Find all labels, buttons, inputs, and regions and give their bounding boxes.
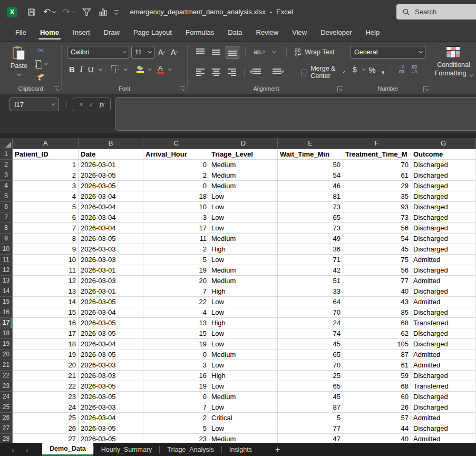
row-header-23[interactable]: 23 [0, 381, 13, 392]
cell[interactable]: Medium [209, 265, 278, 276]
cancel-icon[interactable]: × [79, 100, 83, 109]
cell[interactable]: 20 [13, 360, 79, 371]
cell[interactable]: Discharged [411, 328, 476, 339]
cell[interactable]: 45 [343, 244, 411, 255]
save-icon[interactable] [25, 6, 38, 18]
sheet-tab-insights[interactable]: Insights [222, 443, 259, 456]
cell[interactable]: 5 [13, 202, 79, 212]
enter-icon[interactable]: ✓ [89, 101, 94, 109]
row-header-10[interactable]: 10 [0, 244, 13, 255]
cell[interactable]: 1 [13, 160, 79, 170]
cell[interactable]: 2026-03-03 [79, 402, 143, 413]
cell[interactable]: 27 [13, 434, 79, 443]
cell[interactable]: 61 [343, 360, 411, 371]
cell[interactable]: Transferred [411, 318, 476, 328]
select-all-corner[interactable] [0, 138, 13, 149]
bold-button[interactable]: B [67, 64, 77, 75]
cell[interactable]: High [209, 286, 278, 297]
increase-indent-button[interactable] [270, 67, 283, 77]
cell[interactable]: Discharged [411, 223, 476, 234]
row-header-24[interactable]: 24 [0, 392, 13, 402]
cell[interactable]: 60 [343, 392, 411, 402]
cell[interactable]: 85 [343, 307, 411, 318]
insert-function-icon[interactable]: fx [100, 100, 104, 109]
cell[interactable]: 19 [13, 350, 79, 360]
align-left-button[interactable] [194, 67, 207, 77]
cell[interactable]: 2026-03-04 [79, 202, 143, 212]
row-header-2[interactable]: 2 [0, 160, 13, 170]
cell[interactable]: 7 [13, 223, 79, 234]
cell[interactable]: 47 [278, 434, 343, 443]
font-name-select[interactable]: Calibri [67, 46, 129, 59]
name-box[interactable]: I17 [9, 98, 59, 111]
cell[interactable]: Discharged [411, 307, 476, 318]
cell[interactable]: 33 [278, 286, 343, 297]
cell[interactable]: 68 [343, 318, 411, 328]
cell[interactable]: Discharged [411, 160, 476, 170]
cell[interactable]: 5 [143, 423, 209, 434]
cell[interactable]: 23 [143, 434, 209, 443]
cell[interactable]: Discharged [411, 244, 476, 255]
row-header-4[interactable]: 4 [0, 181, 13, 191]
tab-formulas[interactable]: Formulas [179, 24, 221, 41]
top-align-button[interactable] [194, 47, 207, 57]
increase-font-size-button[interactable]: A˄ [157, 47, 167, 57]
cell[interactable]: 3 [143, 212, 209, 223]
row-header-19[interactable]: 19 [0, 339, 13, 350]
cell[interactable]: Discharged [411, 371, 476, 381]
orientation-dropdown-icon[interactable] [273, 50, 276, 53]
cell[interactable]: Medium [209, 350, 278, 360]
cell[interactable]: 59 [343, 371, 411, 381]
cell[interactable]: 0 [143, 160, 209, 170]
cell[interactable]: Discharged [411, 234, 476, 244]
cell[interactable]: Admitted [411, 434, 476, 443]
cell[interactable]: 10 [13, 255, 79, 265]
tab-data[interactable]: Data [221, 24, 249, 41]
cell[interactable]: 2026-03-04 [79, 307, 143, 318]
column-header-E[interactable]: E [278, 138, 343, 149]
cell[interactable]: Discharged [411, 423, 476, 434]
row-header-16[interactable]: 16 [0, 307, 13, 318]
accounting-dropdown-icon[interactable] [362, 67, 365, 70]
cell[interactable]: 2026-03-05 [79, 297, 143, 307]
conditional-formatting-button[interactable]: Conditional Formatting [431, 61, 476, 77]
cell[interactable]: 61 [343, 170, 411, 181]
row-header-20[interactable]: 20 [0, 350, 13, 360]
column-header-D[interactable]: D [209, 138, 278, 149]
cell[interactable]: 75 [343, 255, 411, 265]
underline-dropdown-icon[interactable] [99, 67, 102, 70]
cell-field-header[interactable]: Triage_Level [209, 149, 278, 160]
cell[interactable]: 2026-03-01 [79, 286, 143, 297]
cell[interactable]: 24 [278, 318, 343, 328]
column-header-B[interactable]: B [79, 138, 143, 149]
cell[interactable]: 4 [13, 191, 79, 202]
orientation-button[interactable]: ab↗ [251, 47, 268, 57]
paste-dropdown-icon[interactable] [17, 72, 21, 76]
cell[interactable]: 2026-03-04 [79, 339, 143, 350]
cell[interactable]: 12 [13, 276, 79, 286]
cell[interactable]: 51 [278, 276, 343, 286]
cell[interactable]: 2026-03-05 [79, 328, 143, 339]
cell[interactable]: 13 [13, 286, 79, 297]
cell[interactable]: 18 [143, 191, 209, 202]
row-header-7[interactable]: 7 [0, 212, 13, 223]
row-header-17[interactable]: 17 [0, 318, 13, 328]
row-header-22[interactable]: 22 [0, 371, 13, 381]
font-color-button[interactable]: A [155, 64, 166, 75]
cell[interactable]: 70 [278, 360, 343, 371]
tab-developer[interactable]: Developer [314, 24, 358, 41]
comma-style-button[interactable]: , [380, 66, 386, 73]
cell[interactable]: 2026-03-05 [79, 234, 143, 244]
row-header-18[interactable]: 18 [0, 328, 13, 339]
fill-color-button[interactable] [135, 65, 145, 74]
cell[interactable]: 0 [143, 392, 209, 402]
cell[interactable]: 19 [143, 381, 209, 392]
cell[interactable]: 70 [278, 307, 343, 318]
row-header-15[interactable]: 15 [0, 297, 13, 307]
cell[interactable]: Medium [209, 181, 278, 191]
middle-align-button[interactable] [210, 47, 222, 57]
cell-field-header[interactable]: Treatment_Time_M [343, 149, 411, 160]
cell[interactable]: 2026-03-04 [79, 212, 143, 223]
tab-view[interactable]: View [285, 24, 314, 41]
cell[interactable]: Low [209, 360, 278, 371]
